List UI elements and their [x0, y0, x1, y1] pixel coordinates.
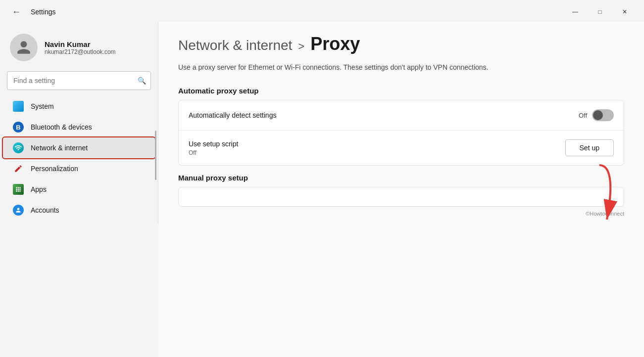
- sidebar-item-personalization[interactable]: Personalization: [3, 158, 155, 179]
- content-area: Network & internet > Proxy Use a proxy s…: [158, 22, 644, 357]
- auto-detect-right: Off: [579, 109, 614, 121]
- sidebar: Navin Kumar nkumar2172@outlook.com 🔍 Sys…: [0, 22, 158, 224]
- search-input[interactable]: [7, 71, 151, 90]
- main-layout: Navin Kumar nkumar2172@outlook.com 🔍 Sys…: [0, 22, 644, 357]
- auto-detect-title: Automatically detect settings: [189, 111, 276, 119]
- titlebar-left: ← Settings: [8, 5, 56, 19]
- system-icon: [13, 101, 24, 112]
- setup-script-right: Set up: [565, 139, 614, 156]
- sidebar-item-system[interactable]: System: [3, 96, 155, 117]
- breadcrumb-parent[interactable]: Network & internet: [178, 38, 292, 53]
- manual-proxy-card: [178, 187, 624, 207]
- app-title: Settings: [31, 8, 56, 16]
- page-description: Use a proxy server for Ethernet or Wi-Fi…: [178, 62, 515, 73]
- titlebar: ← Settings — □ ✕: [0, 0, 644, 22]
- user-info: Navin Kumar nkumar2172@outlook.com: [45, 40, 116, 55]
- search-box: 🔍: [7, 71, 151, 90]
- back-button[interactable]: ←: [8, 5, 25, 19]
- setup-script-left: Use setup script Off: [189, 140, 238, 156]
- scrollbar-indicator: [155, 131, 156, 180]
- user-icon: [16, 40, 32, 55]
- close-button[interactable]: ✕: [613, 4, 636, 20]
- search-icon[interactable]: 🔍: [138, 77, 146, 85]
- setup-script-row: Use setup script Off Set up: [179, 131, 624, 165]
- sidebar-item-apps[interactable]: Apps: [3, 179, 155, 200]
- setup-script-subtitle: Off: [189, 149, 238, 156]
- user-profile[interactable]: Navin Kumar nkumar2172@outlook.com: [0, 26, 158, 71]
- auto-proxy-card: Automatically detect settings Off Use se…: [178, 100, 624, 166]
- auto-detect-toggle[interactable]: [592, 109, 614, 121]
- sidebar-item-accounts[interactable]: Accounts: [3, 200, 155, 221]
- auto-detect-left: Automatically detect settings: [189, 111, 276, 119]
- bluetooth-icon: B: [13, 122, 24, 133]
- section-title-auto: Automatic proxy setup: [178, 87, 624, 95]
- network-icon: [13, 142, 24, 153]
- avatar: [10, 34, 38, 61]
- sidebar-wrapper: Navin Kumar nkumar2172@outlook.com 🔍 Sys…: [0, 22, 158, 357]
- sidebar-item-label: Apps: [31, 185, 47, 193]
- personalization-icon: [13, 163, 24, 174]
- maximize-button[interactable]: □: [589, 4, 611, 20]
- minimize-button[interactable]: —: [564, 4, 587, 20]
- toggle-off-label: Off: [579, 112, 587, 119]
- breadcrumb-current: Proxy: [310, 34, 360, 54]
- section-title-manual: Manual proxy setup: [178, 174, 624, 182]
- window-controls: — □ ✕: [564, 4, 636, 20]
- sidebar-item-label: System: [31, 102, 54, 110]
- sidebar-item-label: Bluetooth & devices: [31, 123, 92, 131]
- user-name: Navin Kumar: [45, 40, 116, 48]
- sidebar-item-network[interactable]: Network & internet: [3, 137, 155, 158]
- user-email: nkumar2172@outlook.com: [45, 48, 116, 55]
- breadcrumb-separator: >: [298, 40, 304, 53]
- setup-button[interactable]: Set up: [565, 139, 614, 156]
- setup-script-title: Use setup script: [189, 140, 238, 148]
- sidebar-item-bluetooth[interactable]: B Bluetooth & devices: [3, 117, 155, 137]
- toggle-knob: [593, 110, 603, 120]
- auto-detect-row: Automatically detect settings Off: [179, 100, 624, 131]
- sidebar-item-label: Accounts: [31, 206, 59, 214]
- sidebar-item-label: Personalization: [31, 165, 78, 173]
- accounts-icon: [13, 205, 24, 216]
- copyright: ©Howtoconnect: [178, 211, 624, 217]
- apps-icon: [13, 184, 24, 195]
- page-header: Network & internet > Proxy: [178, 34, 624, 54]
- sidebar-item-label: Network & internet: [31, 144, 88, 152]
